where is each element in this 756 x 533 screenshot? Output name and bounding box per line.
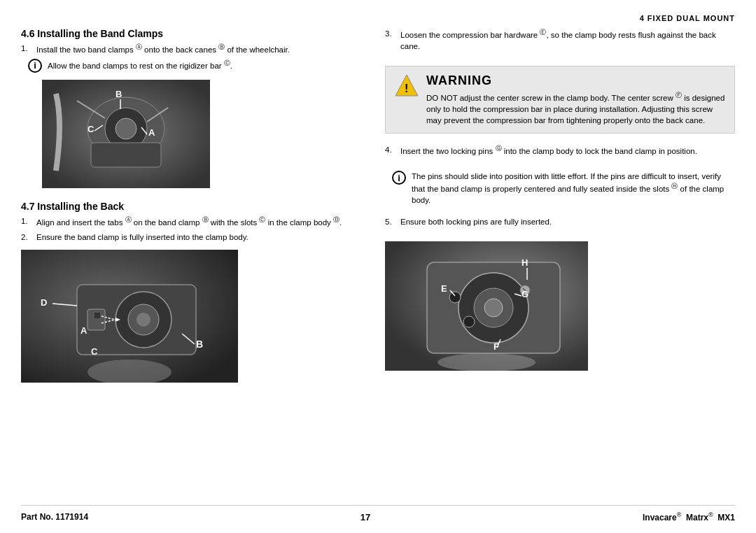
step-right-4-text: Insert the two locking pins Ⓖ into the c… (400, 144, 697, 157)
right-steps-before-warning: 3. Loosen the compression bar hardware Ⓔ… (385, 28, 735, 55)
back-install-image: B D A C (21, 250, 238, 383)
step-right-5-text: Ensure both locking pins are fully inser… (400, 216, 552, 227)
step-right-3-num: 3. (385, 28, 396, 52)
warning-title: WARNING (426, 73, 726, 88)
info-box-right-4: i The pins should slide into position wi… (392, 171, 735, 206)
footer-invacare: Invacare (643, 513, 677, 523)
svg-point-49 (438, 353, 536, 371)
info-box-46: i Allow the band clamps to rest on the r… (28, 59, 371, 73)
svg-point-37 (449, 292, 461, 303)
section-47: 4.7 Installing the Back 1. Align and ins… (21, 201, 371, 388)
svg-rect-18 (88, 309, 105, 330)
section-46: 4.6 Installing the Band Clamps 1. Instal… (21, 28, 371, 194)
step-47-2-text: Ensure the band clamp is fully inserted … (36, 232, 248, 243)
info-text-46: Allow the band clamps to rest on the rig… (48, 59, 232, 71)
section-47-title: 4.7 Installing the Back (21, 201, 371, 212)
svg-point-36 (484, 299, 503, 317)
step-46-1-text: Install the two band clamps Ⓐ onto the b… (36, 43, 290, 55)
info-icon-46: i (28, 59, 42, 73)
step-46-1: 1. Install the two band clamps Ⓐ onto th… (21, 43, 371, 55)
footer-brand: Invacare® Matrx® MX1 (643, 511, 735, 523)
page: 4 FIXED DUAL MOUNT 4.6 Installing the Ba… (0, 0, 756, 533)
info-icon-right-4: i (392, 171, 406, 185)
step-47-2: 2. Ensure the band clamp is fully insert… (21, 232, 371, 243)
step-47-1-text: Align and insert the tabs Ⓐ on the band … (36, 215, 342, 228)
svg-point-3 (115, 118, 136, 139)
svg-text:C: C (88, 124, 94, 134)
warning-box: ! WARNING DO NOT adjust the center screw… (385, 66, 735, 134)
right-steps-last: 5. Ensure both locking pins are fully in… (385, 216, 735, 231)
footer: Part No. 1171914 17 Invacare® Matrx® MX1 (21, 505, 735, 523)
warning-text: DO NOT adjust the center screw in the cl… (426, 91, 726, 126)
svg-text:C: C (91, 346, 98, 357)
svg-text:D: D (41, 297, 47, 308)
warning-icon: ! (394, 73, 419, 101)
svg-text:A: A (148, 127, 155, 138)
step-right-5-num: 5. (385, 216, 396, 227)
svg-text:B: B (196, 339, 203, 350)
svg-text:A: A (80, 325, 88, 336)
step-right-4: 4. Insert the two locking pins Ⓖ into th… (385, 144, 735, 157)
step-right-4-num: 4. (385, 144, 396, 157)
svg-rect-6 (91, 143, 161, 167)
left-column: 4.6 Installing the Band Clamps 1. Instal… (21, 28, 371, 502)
svg-text:H: H (522, 257, 528, 268)
footer-matrx: Matrx (686, 513, 708, 523)
info-text-right-4: The pins should slide into position with… (412, 171, 735, 206)
right-steps-after-warning: 4. Insert the two locking pins Ⓖ into th… (385, 144, 735, 160)
svg-point-17 (136, 313, 150, 327)
warning-content: WARNING DO NOT adjust the center screw i… (426, 73, 726, 126)
step-47-1: 1. Align and insert the tabs Ⓐ on the ba… (21, 215, 371, 228)
step-right-3: 3. Loosen the compression bar hardware Ⓔ… (385, 28, 735, 52)
svg-point-38 (463, 316, 475, 327)
step-47-2-num: 2. (21, 232, 32, 243)
step-right-5: 5. Ensure both locking pins are fully in… (385, 216, 735, 227)
step-right-3-text: Loosen the compression bar hardware Ⓔ, s… (400, 28, 735, 52)
svg-text:G: G (522, 289, 528, 299)
svg-text:!: ! (405, 83, 408, 94)
back-install-image-wrapper: B D A C (21, 246, 238, 386)
band-clamps-image-wrapper: B C A (21, 76, 210, 192)
section-46-title: 4.6 Installing the Band Clamps (21, 28, 371, 39)
right-column: 3. Loosen the compression bar hardware Ⓔ… (385, 28, 735, 502)
locking-pins-image-wrapper: H E G F (385, 238, 735, 374)
locking-pins-image: H E G F (385, 241, 588, 371)
step-47-1-num: 1. (21, 215, 32, 228)
step-46-1-num: 1. (21, 43, 32, 55)
svg-text:F: F (493, 341, 499, 352)
footer-part-number: Part No. 1171914 (21, 512, 88, 522)
svg-rect-19 (94, 313, 100, 318)
footer-model: MX1 (718, 513, 735, 523)
svg-text:E: E (441, 283, 447, 294)
svg-text:B: B (115, 89, 122, 99)
band-clamps-image: B C A (42, 80, 210, 188)
footer-page-number: 17 (360, 512, 370, 523)
section-header: 4 FIXED DUAL MOUNT (21, 14, 735, 22)
